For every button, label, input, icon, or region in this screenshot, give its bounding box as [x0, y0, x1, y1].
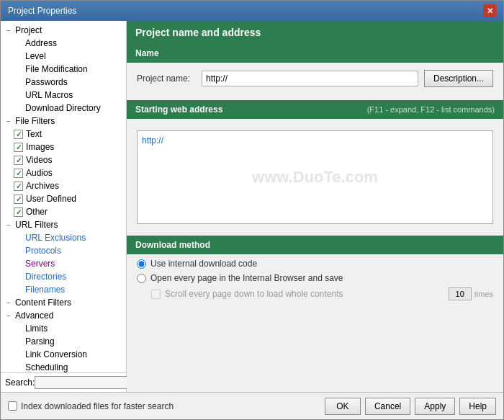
sidebar-item-file-filters[interactable]: − File Filters: [1, 115, 126, 128]
spacer: [14, 64, 24, 74]
download-method-label: Download method: [135, 240, 210, 250]
sidebar-item-passwords[interactable]: Passwords: [1, 76, 126, 89]
sidebar-label-file-filters: File Filters: [15, 116, 55, 126]
checkbox-text[interactable]: ✓: [14, 130, 23, 139]
description-button[interactable]: Description...: [424, 70, 493, 87]
checkbox-user-defined[interactable]: ✓: [14, 195, 23, 204]
sidebar-label-url-filters: URL Filters: [15, 220, 58, 230]
sidebar-item-images[interactable]: ✓ Images: [1, 140, 126, 153]
sidebar-label-advanced: Advanced: [15, 310, 53, 321]
times-input[interactable]: [449, 287, 472, 300]
scroll-row: Scroll every page down to load whole con…: [151, 287, 493, 300]
checkbox-audios[interactable]: ✓: [14, 169, 23, 178]
checkbox-archives[interactable]: ✓: [14, 182, 23, 191]
sidebar-item-parsing[interactable]: Parsing: [1, 335, 126, 348]
sidebar-item-content-filters[interactable]: − Content Filters: [1, 296, 126, 309]
sidebar-label-images: Images: [26, 142, 54, 152]
sidebar-label-level: Level: [25, 51, 46, 61]
sidebar-label-videos: Videos: [26, 155, 52, 165]
main-title-text: Project name and address: [135, 27, 261, 38]
radio-internal[interactable]: [137, 259, 146, 269]
sidebar-item-file-modification[interactable]: File Modification: [1, 63, 126, 76]
sidebar-item-download-directory[interactable]: Download Directory: [1, 102, 126, 115]
sidebar: − Project Address Level File Modificatio…: [1, 21, 127, 392]
sidebar-item-archives[interactable]: ✓ Archives: [1, 179, 126, 192]
spacer: [14, 362, 24, 372]
checkbox-other[interactable]: ✓: [14, 207, 23, 217]
sidebar-item-protocols[interactable]: Protocols: [1, 244, 126, 257]
sidebar-item-audios[interactable]: ✓ Audios: [1, 166, 126, 179]
help-button[interactable]: Help: [459, 398, 496, 415]
project-name-input[interactable]: [202, 71, 418, 86]
sidebar-label-other: Other: [26, 207, 48, 217]
project-name-label: Project name:: [137, 73, 202, 84]
sidebar-label-parsing: Parsing: [25, 336, 55, 347]
sidebar-label-text: Text: [26, 129, 42, 139]
spacer: [14, 323, 24, 334]
search-input[interactable]: [35, 376, 140, 389]
sidebar-item-address[interactable]: Address: [1, 37, 126, 50]
sidebar-label-user-defined: User Defined: [26, 194, 76, 204]
index-checkbox-row: Index downloaded files for faster search: [8, 401, 174, 411]
checkbox-videos[interactable]: ✓: [14, 156, 23, 165]
sidebar-item-url-filters[interactable]: − URL Filters: [1, 218, 126, 231]
sidebar-label-limits: Limits: [25, 323, 48, 334]
sidebar-item-user-defined[interactable]: ✓ User Defined: [1, 192, 126, 205]
sidebar-item-project[interactable]: − Project: [1, 24, 126, 37]
sidebar-item-videos[interactable]: ✓ Videos: [1, 153, 126, 166]
toggle-url-filters: −: [4, 220, 14, 230]
radio-row-1: Use internal download code: [137, 259, 493, 269]
watermark: www.DuoTe.com: [252, 168, 378, 187]
sidebar-search-area: Search:: [1, 372, 126, 392]
download-method-content: Use internal download code Open every pa…: [127, 254, 503, 310]
spacer: [14, 349, 24, 359]
sidebar-label-protocols: Protocols: [25, 246, 61, 256]
sidebar-item-other[interactable]: ✓ Other: [1, 205, 126, 218]
sidebar-item-text[interactable]: ✓ Text: [1, 128, 126, 140]
project-name-row: Project name: Description...: [137, 70, 493, 87]
radio-browser[interactable]: [137, 274, 146, 283]
sidebar-item-level[interactable]: Level: [1, 50, 126, 63]
main-title-header: Project name and address: [127, 21, 503, 44]
web-address-label: Starting web address: [135, 104, 222, 115]
spacer: [14, 38, 24, 48]
index-checkbox[interactable]: [8, 401, 17, 411]
sidebar-item-directories[interactable]: Directories: [1, 270, 126, 283]
cancel-button[interactable]: Cancel: [365, 398, 410, 415]
spacer: [14, 233, 24, 243]
main-content: − Project Address Level File Modificatio…: [1, 21, 503, 392]
web-address-content: http:// www.DuoTe.com: [127, 119, 503, 236]
checkbox-scroll[interactable]: [151, 290, 161, 299]
spacer: [14, 246, 24, 256]
sidebar-item-scheduling[interactable]: Scheduling: [1, 361, 126, 372]
ok-button[interactable]: OK: [325, 398, 361, 415]
toggle-content-filters: −: [4, 298, 14, 308]
checkbox-images[interactable]: ✓: [14, 143, 23, 152]
times-label: times: [474, 290, 493, 298]
sidebar-label-servers: Servers: [25, 259, 55, 269]
title-bar: Project Properties ✕: [1, 1, 503, 21]
sidebar-item-servers[interactable]: Servers: [1, 257, 126, 270]
sidebar-label-content-filters: Content Filters: [15, 298, 71, 308]
sidebar-tree: − Project Address Level File Modificatio…: [1, 21, 126, 372]
sidebar-item-limits[interactable]: Limits: [1, 322, 126, 335]
sidebar-label-file-modification: File Modification: [25, 64, 88, 74]
spacer: [14, 272, 24, 282]
sidebar-item-advanced[interactable]: − Advanced: [1, 309, 126, 322]
bottom-bar: Index downloaded files for faster search…: [1, 392, 503, 419]
sidebar-label-address: Address: [25, 38, 57, 48]
spacer: [14, 336, 24, 347]
apply-button[interactable]: Apply: [415, 398, 455, 415]
sidebar-item-filenames[interactable]: Filenames: [1, 283, 126, 296]
sidebar-item-url-exclusions[interactable]: URL Exclusions: [1, 231, 126, 244]
sidebar-item-url-macros[interactable]: URL Macros: [1, 89, 126, 102]
sidebar-item-link-conversion[interactable]: Link Conversion: [1, 348, 126, 361]
url-textarea[interactable]: http:// www.DuoTe.com: [137, 130, 493, 224]
toggle-file-filters: −: [4, 116, 14, 126]
sidebar-label-audios: Audios: [26, 168, 53, 178]
right-panel: Project name and address Name Project na…: [127, 21, 503, 392]
sidebar-label-filenames: Filenames: [25, 285, 65, 295]
toggle-advanced: −: [4, 310, 14, 321]
close-button[interactable]: ✕: [483, 4, 496, 17]
toggle-project: −: [4, 25, 14, 35]
